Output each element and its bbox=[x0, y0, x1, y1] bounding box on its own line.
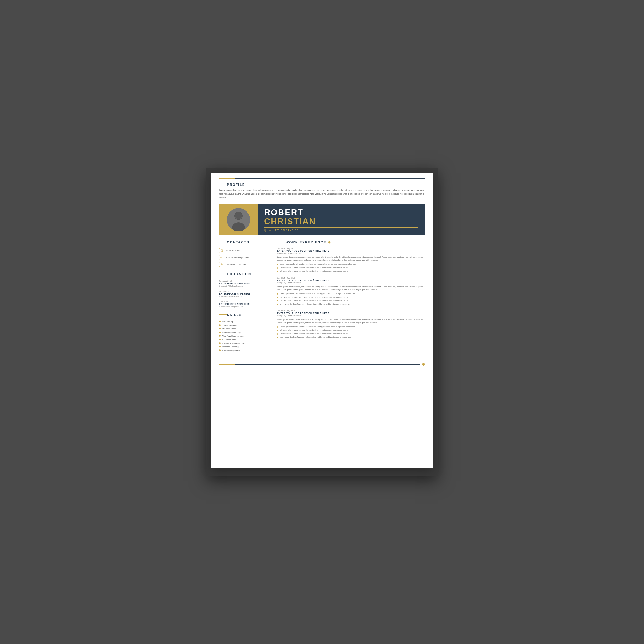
bullet-text-1-1: Ultricies nulla sit amet tempor diam ant… bbox=[280, 266, 348, 269]
skill-item-3: Lean Manufacturing bbox=[219, 331, 271, 334]
bullet-dot-1-2 bbox=[277, 271, 278, 272]
bullet-text-1-2: Ultricies nulla sit amet tempor diam ant… bbox=[280, 270, 348, 273]
bullet-text-3-2: Ultricies nulla sit amet tempor diam ant… bbox=[280, 333, 348, 335]
work-position-1: ENTER YOUR JOB POSITION / TITLE HERE bbox=[277, 250, 425, 252]
skill-dot-2 bbox=[219, 328, 221, 329]
job-title: Quality Engineer bbox=[264, 227, 418, 232]
skill-item-2: Project Launch bbox=[219, 328, 271, 330]
svg-rect-6 bbox=[222, 251, 222, 251]
skills-header-row: Skills bbox=[219, 313, 271, 317]
work-bullet-3-3: Nec massa dapibus faucibus nulla porttit… bbox=[277, 336, 425, 339]
skill-text-8: Cloud Management bbox=[222, 349, 240, 352]
profile-title: Profile bbox=[227, 183, 245, 187]
work-company-2: Company / Institute Name bbox=[277, 282, 425, 284]
bullet-text-3-1: Ultricies nulla sit amet tempor diam ant… bbox=[280, 329, 348, 332]
right-column: Work Experience Jan 2014 - July 2016 ENT… bbox=[277, 240, 425, 357]
edu-date-3: June 2019 bbox=[219, 300, 271, 303]
svg-point-4 bbox=[235, 212, 242, 219]
skill-text-5: Computer Skills bbox=[222, 338, 237, 341]
work-company-1: Company / Institute Name bbox=[277, 252, 425, 254]
work-bullets-1: Lorem ipsum dolor sit amet consectetur a… bbox=[277, 263, 425, 273]
page-wrapper: Profile Lorem ipsum dolor sit amet conse… bbox=[206, 168, 438, 476]
work-position-3: ENTER YOUR JOB POSITION / TITLE HERE bbox=[277, 312, 425, 315]
bullet-dot-1-1 bbox=[277, 267, 278, 269]
address-contact: Washington DC, USA bbox=[219, 262, 271, 267]
edu-institute-2: University / College Institute bbox=[219, 295, 271, 297]
work-bullet-2-0: Lorem ipsum dolor sit amet consectetur a… bbox=[277, 292, 425, 295]
contacts-divider bbox=[219, 245, 271, 245]
edu-institute-3: University / College Institute bbox=[219, 305, 271, 308]
work-desc-2: Lorem ipsum dolor sit amet, consectetur … bbox=[277, 285, 425, 291]
svg-rect-7 bbox=[221, 257, 223, 258]
work-bullets-2: Lorem ipsum dolor sit amet consectetur a… bbox=[277, 292, 425, 306]
skill-text-0: Prototyping bbox=[222, 320, 233, 323]
skill-text-2: Project Launch bbox=[222, 328, 236, 330]
edu-degree-3: ENTER DEGREE NAME HERE bbox=[219, 303, 271, 305]
avatar bbox=[227, 208, 250, 231]
phone-text: +123 4567 8953 bbox=[226, 249, 241, 252]
bullet-text-2-1: Ultricies nulla sit amet tempor diam ant… bbox=[280, 296, 348, 299]
first-name: Robert bbox=[264, 208, 418, 217]
education-section: Education February 2019 ENTER DEGREE NAM… bbox=[219, 272, 271, 308]
education-item-3: June 2019 ENTER DEGREE NAME HERE Univers… bbox=[219, 300, 271, 308]
bullet-text-3-0: Lorem ipsum dolor sit amet consectetur a… bbox=[280, 326, 356, 328]
bullet-text-2-3: Nec massa dapibus faucibus nulla porttit… bbox=[280, 303, 351, 306]
bottom-line-dark bbox=[235, 364, 420, 365]
bullet-text-2-2: Ultricies nulla sit amet tempor diam ant… bbox=[280, 299, 348, 302]
skill-item-7: Machine Learning bbox=[219, 346, 271, 348]
education-header-row: Education bbox=[219, 272, 271, 276]
skill-item-4: Workflow Development bbox=[219, 335, 271, 337]
skill-dot-6 bbox=[219, 342, 221, 344]
bottom-line-gold bbox=[219, 364, 235, 365]
bullet-text-1-0: Lorem ipsum dolor sit amet consectetur a… bbox=[280, 263, 356, 266]
bullet-dot-2-3 bbox=[277, 304, 278, 305]
skill-text-7: Machine Learning bbox=[222, 346, 239, 348]
work-bullet-1-1: Ultricies nulla sit amet tempor diam ant… bbox=[277, 266, 425, 269]
bullet-text-2-0: Lorem ipsum dolor sit amet consectetur a… bbox=[280, 292, 356, 295]
skills-section: Skills Prototyping Troubleshooting Proje… bbox=[219, 313, 271, 352]
profile-header-row: Profile bbox=[219, 183, 425, 187]
work-experience-header: Work Experience bbox=[277, 240, 425, 244]
work-bullets-3: Lorem ipsum dolor sit amet consectetur a… bbox=[277, 326, 425, 339]
work-item-2: Jan 2014 - July 2016 ENTER YOUR JOB POSI… bbox=[277, 277, 425, 306]
work-date-2: Jan 2014 - July 2016 bbox=[277, 277, 425, 279]
bullet-dot-1-0 bbox=[277, 264, 278, 265]
work-item-3: Jan 2014 - July 2016 ENTER YOUR JOB POSI… bbox=[277, 310, 425, 339]
bottom-decorative-line bbox=[211, 361, 433, 370]
skill-dot-4 bbox=[219, 335, 221, 337]
bullet-dot-2-0 bbox=[277, 293, 278, 295]
bullet-dot-3-2 bbox=[277, 333, 278, 335]
contacts-section: Contacts +123 4567 8953 bbox=[219, 240, 271, 267]
skills-title: Skills bbox=[227, 313, 242, 317]
two-col-layout: Contacts +123 4567 8953 bbox=[211, 240, 433, 357]
work-bullet-2-2: Ultricies nulla sit amet tempor diam ant… bbox=[277, 299, 425, 302]
education-item-1: February 2019 ENTER DEGREE NAME HERE Uni… bbox=[219, 280, 271, 287]
skill-item-5: Computer Skills bbox=[219, 338, 271, 341]
contacts-title: Contacts bbox=[227, 240, 249, 244]
work-bullet-2-3: Nec massa dapibus faucibus nulla porttit… bbox=[277, 303, 425, 306]
work-bullet-1-0: Lorem ipsum dolor sit amet consectetur a… bbox=[277, 263, 425, 266]
education-title: Education bbox=[227, 272, 251, 276]
skill-dot-3 bbox=[219, 332, 221, 333]
work-desc-3: Lorem ipsum dolor sit amet, consectetur … bbox=[277, 318, 425, 324]
top-line-gold bbox=[219, 178, 235, 179]
work-bullet-3-2: Ultricies nulla sit amet tempor diam ant… bbox=[277, 333, 425, 335]
edu-degree-1: ENTER DEGREE NAME HERE bbox=[219, 282, 271, 285]
left-column: Contacts +123 4567 8953 bbox=[219, 240, 271, 357]
work-experience-title: Work Experience bbox=[286, 240, 326, 244]
bottom-diamond bbox=[422, 363, 425, 366]
education-divider bbox=[219, 277, 271, 277]
work-date-1: Jan 2014 - July 2016 bbox=[277, 247, 425, 250]
bullet-dot-3-3 bbox=[277, 337, 278, 338]
top-decorative-line bbox=[211, 173, 433, 179]
bullet-dot-2-1 bbox=[277, 297, 278, 298]
work-bullet-3-1: Ultricies nulla sit amet tempor diam ant… bbox=[277, 329, 425, 332]
skill-dot-8 bbox=[219, 349, 221, 351]
education-item-2: March 2019 ENTER DEGREE NAME HERE Univer… bbox=[219, 290, 271, 297]
skill-item-8: Cloud Management bbox=[219, 349, 271, 352]
skill-dot-0 bbox=[219, 321, 221, 322]
bullet-text-3-3: Nec massa dapibus faucibus nulla porttit… bbox=[280, 336, 351, 339]
svg-point-9 bbox=[222, 264, 222, 264]
skill-text-4: Workflow Development bbox=[222, 335, 243, 337]
skill-text-3: Lean Manufacturing bbox=[222, 331, 241, 334]
